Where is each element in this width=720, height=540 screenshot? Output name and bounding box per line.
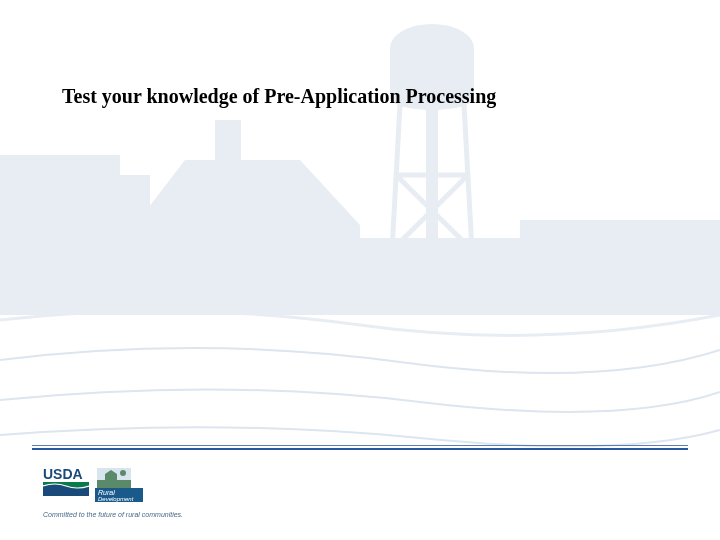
svg-rect-4 (215, 120, 241, 175)
background-silhouette (0, 0, 720, 540)
slide: Test your knowledge of Pre-Application P… (0, 0, 720, 540)
usda-logo-text: USDA (43, 466, 83, 482)
logo-block: USDA Rural Development (43, 466, 143, 502)
footer-rule-dark (32, 448, 688, 450)
footer-tagline: Committed to the future of rural communi… (43, 511, 183, 518)
rural-development-logo: Rural Development (95, 466, 143, 502)
usda-logo: USDA (43, 466, 89, 496)
rural-text-bottom: Development (98, 496, 134, 502)
slide-heading: Test your knowledge of Pre-Application P… (62, 85, 496, 108)
rural-text-top: Rural (98, 489, 115, 496)
footer-rule-light (32, 445, 688, 446)
svg-point-7 (120, 470, 126, 476)
